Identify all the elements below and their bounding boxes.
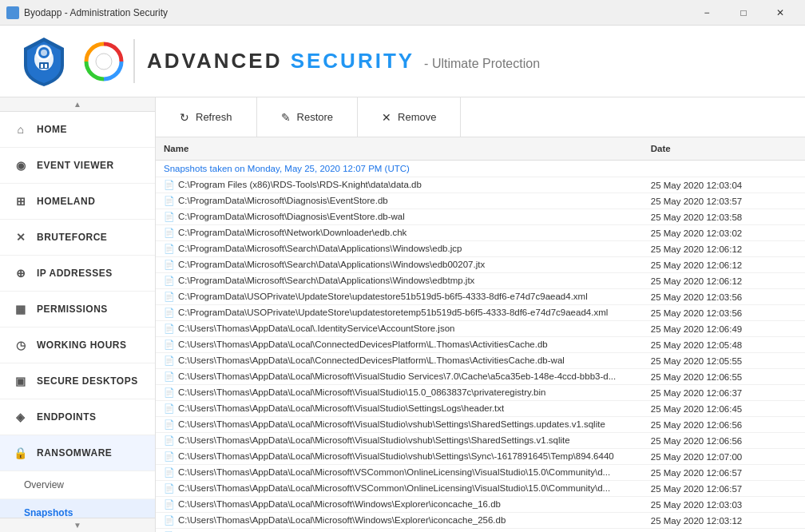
file-icon: 📄 [164, 228, 175, 237]
minimize-button[interactable]: − [688, 0, 725, 26]
table-row[interactable]: 📄C:\Users\Thomas\AppData\Local\.Identity… [156, 321, 805, 337]
snapshots-table: Name Date Snapshots taken on Monday, May… [156, 137, 805, 532]
file-icon: 📄 [164, 515, 175, 525]
refresh-button[interactable]: ↻ Refresh [156, 97, 257, 137]
file-path: 📄C:\ProgramData\USOPrivate\UpdateStore\u… [156, 305, 643, 321]
sidebar-label-ip: IP ADDRESSES [37, 268, 113, 279]
snapshots-table-container[interactable]: Name Date Snapshots taken on Monday, May… [156, 137, 805, 532]
secure-desktops-icon: ▣ [13, 373, 29, 389]
col-header-date: Date [643, 137, 805, 161]
file-path: 📄C:\Users\Thomas\AppData\Local\Microsoft… [156, 529, 643, 533]
table-row[interactable]: 📄C:\Users\Thomas\AppData\Local\Connected… [156, 337, 805, 353]
sidebar-item-bruteforce[interactable]: ✕ BRUTEFORCE [0, 220, 155, 256]
sidebar-sub-overview[interactable]: Overview [0, 471, 155, 499]
table-row[interactable]: 📄C:\Users\Thomas\AppData\Local\Microsoft… [156, 513, 805, 529]
file-path: 📄C:\Users\Thomas\AppData\Local\Connected… [156, 353, 643, 369]
brand-name-container: ADVANCED SECURITY - Ultimate Protection [147, 49, 540, 73]
table-row[interactable]: 📄C:\Users\Thomas\AppData\Local\Microsoft… [156, 449, 805, 465]
table-row[interactable]: 📄C:\Users\Thomas\AppData\Local\Microsoft… [156, 497, 805, 513]
file-path: 📄C:\Users\Thomas\AppData\Local\Microsoft… [156, 401, 643, 417]
sidebar-scroll-up[interactable]: ▲ [0, 97, 155, 112]
table-row[interactable]: 📄C:\Users\Thomas\AppData\Local\Microsoft… [156, 433, 805, 449]
brand-highlight: SECURITY [291, 49, 414, 73]
table-row[interactable]: 📄C:\Users\Thomas\AppData\Local\Microsoft… [156, 417, 805, 433]
homeland-icon: ⊞ [13, 193, 29, 209]
file-icon: 📄 [164, 371, 175, 381]
file-path: 📄C:\Users\Thomas\AppData\Local\Microsoft… [156, 433, 643, 449]
file-path: 📄C:\Users\Thomas\AppData\Local\Microsoft… [156, 449, 643, 465]
sidebar-item-home[interactable]: ⌂ HOME [0, 112, 155, 148]
sidebar: ▲ ⌂ HOME ◉ EVENT VIEWER ⊞ HOMELAND ✕ BRU… [0, 97, 156, 532]
refresh-label: Refresh [196, 111, 232, 123]
remove-button[interactable]: ✕ Remove [358, 97, 461, 137]
file-icon: 📄 [164, 451, 175, 461]
table-row[interactable]: 📄C:\ProgramData\Microsoft\Search\Data\Ap… [156, 273, 805, 289]
table-row[interactable]: 📄C:\Users\Thomas\AppData\Local\Microsoft… [156, 465, 805, 481]
table-row[interactable]: 📄C:\ProgramData\Microsoft\Search\Data\Ap… [156, 257, 805, 273]
file-date: 25 May 2020 12:03:56 [643, 305, 805, 321]
bruteforce-icon: ✕ [13, 229, 29, 245]
file-date: 25 May 2020 12:03:57 [643, 193, 805, 209]
file-icon: 📄 [164, 355, 175, 365]
sidebar-label-secure-desktops: SECURE DESKTOPS [37, 375, 138, 387]
file-icon: 📄 [164, 276, 175, 285]
sidebar-label-bruteforce: BRUTEFORCE [37, 232, 107, 243]
table-row[interactable]: 📄C:\ProgramData\USOPrivate\UpdateStore\u… [156, 305, 805, 321]
brand-subtitle: - Ultimate Protection [424, 57, 540, 71]
file-path: 📄C:\Users\Thomas\AppData\Local\Microsoft… [156, 497, 643, 513]
toolbar: ↻ Refresh ✎ Restore ✕ Remove [156, 97, 805, 137]
file-path: 📄C:\Users\Thomas\AppData\Local\.Identity… [156, 321, 643, 337]
sidebar-label-homeland: HOMELAND [37, 196, 95, 207]
table-row[interactable]: 📄C:\Program Files (x86)\RDS-Tools\RDS-Kn… [156, 177, 805, 193]
table-row[interactable]: 📄C:\ProgramData\Microsoft\Network\Downlo… [156, 225, 805, 241]
section-header-text: Snapshots taken on Monday, May 25, 2020 … [156, 161, 805, 177]
table-row[interactable]: 📄C:\Users\Thomas\AppData\Local\Microsoft… [156, 385, 805, 401]
overview-label: Overview [24, 479, 64, 490]
table-row[interactable]: 📄C:\Users\Thomas\AppData\Local\Microsoft… [156, 481, 805, 497]
table-row[interactable]: 📄C:\Users\Thomas\AppData\Local\Microsoft… [156, 369, 805, 385]
table-row[interactable]: 📄C:\ProgramData\Microsoft\Diagnosis\Even… [156, 209, 805, 225]
brand-name: ADVANCED SECURITY [147, 49, 414, 73]
sidebar-item-working-hours[interactable]: ◷ WORKING HOURS [0, 328, 155, 363]
table-row[interactable]: 📄C:\ProgramData\USOPrivate\UpdateStore\u… [156, 289, 805, 305]
table-row[interactable]: 📄C:\Users\Thomas\AppData\Local\Microsoft… [156, 401, 805, 417]
table-row[interactable]: 📄C:\ProgramData\Microsoft\Search\Data\Ap… [156, 241, 805, 257]
file-date: 25 May 2020 12:06:56 [643, 417, 805, 433]
file-icon: 📄 [164, 244, 175, 253]
sidebar-item-endpoints[interactable]: ◈ ENDPOINTS [0, 399, 155, 435]
refresh-icon: ↻ [180, 111, 189, 124]
svg-point-6 [41, 50, 47, 56]
close-button[interactable]: ✕ [762, 0, 799, 26]
file-path: 📄C:\ProgramData\Microsoft\Diagnosis\Even… [156, 209, 643, 225]
sidebar-item-permissions[interactable]: ▦ PERMISSIONS [0, 292, 155, 328]
sidebar-label-permissions: PERMISSIONS [37, 304, 108, 315]
table-row[interactable]: 📄C:\Users\Thomas\AppData\Local\Microsoft… [156, 529, 805, 533]
file-date: 25 May 2020 12:03:02 [643, 225, 805, 241]
file-path: 📄C:\ProgramData\Microsoft\Diagnosis\Even… [156, 193, 643, 209]
file-path: 📄C:\ProgramData\Microsoft\Network\Downlo… [156, 225, 643, 241]
sidebar-item-ip-addresses[interactable]: ⊕ IP ADDRESSES [0, 256, 155, 292]
sidebar-item-ransomware[interactable]: 🔒 RANSOMWARE [0, 435, 155, 471]
file-path: 📄C:\Users\Thomas\AppData\Local\Microsoft… [156, 465, 643, 481]
file-date: 25 May 2020 12:05:48 [643, 337, 805, 353]
table-row[interactable]: 📄C:\Users\Thomas\AppData\Local\Connected… [156, 353, 805, 369]
permissions-icon: ▦ [13, 301, 29, 317]
ip-icon: ⊕ [13, 265, 29, 281]
sidebar-item-homeland[interactable]: ⊞ HOMELAND [0, 184, 155, 220]
sidebar-scroll-down[interactable]: ▼ [0, 518, 155, 532]
sidebar-item-secure-desktops[interactable]: ▣ SECURE DESKTOPS [0, 363, 155, 399]
table-row[interactable]: 📄C:\ProgramData\Microsoft\Diagnosis\Even… [156, 193, 805, 209]
file-date: 25 May 2020 12:06:12 [643, 273, 805, 289]
maximize-button[interactable]: □ [725, 0, 762, 26]
endpoints-icon: ◈ [13, 409, 29, 425]
restore-icon: ✎ [281, 111, 291, 124]
file-path: 📄C:\ProgramData\USOPrivate\UpdateStore\u… [156, 289, 643, 305]
file-date: 25 May 2020 12:06:12 [643, 257, 805, 273]
file-icon: 📄 [164, 499, 175, 509]
file-date: 25 May 2020 12:06:55 [643, 369, 805, 385]
svg-rect-2 [41, 64, 43, 68]
restore-button[interactable]: ✎ Restore [257, 97, 359, 137]
file-icon: 📄 [164, 308, 175, 317]
sidebar-item-event-viewer[interactable]: ◉ EVENT VIEWER [0, 148, 155, 184]
ransomware-icon: 🔒 [13, 445, 29, 461]
